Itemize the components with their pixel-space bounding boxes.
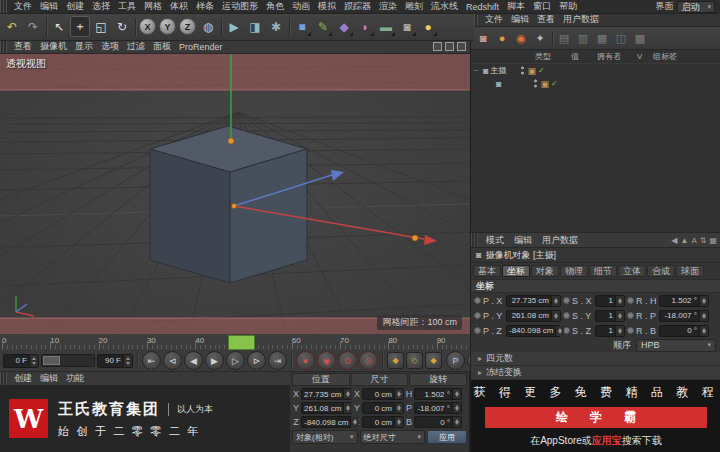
toolbar-icon[interactable]: ▶ [224,16,244,37]
toolbar-icon[interactable]: ◍ [198,16,218,37]
menu-item[interactable]: 流水线 [427,0,462,13]
viewport-menu-item[interactable]: 摄像机 [36,40,71,53]
attribute-tab-chip[interactable]: 球面 [676,265,704,277]
record-button[interactable]: ⊙ [338,351,357,370]
attribute-tab-chip[interactable]: 坐标 [502,265,530,277]
cube-mesh[interactable] [150,126,307,283]
timeline-playhead[interactable] [228,335,255,350]
object-manager-menu-item[interactable]: 文件 [481,13,507,26]
field-spinner[interactable] [343,403,352,413]
toolbar-icon[interactable]: ◗ [355,16,375,37]
menu-item[interactable]: 动画 [288,0,314,13]
record-button[interactable]: ● [296,351,315,370]
field-spinner[interactable] [394,403,403,413]
menu-item[interactable]: Redshift [462,2,503,12]
playback-button[interactable]: ▷ [226,351,245,370]
playback-button[interactable]: ⊳ [247,351,266,370]
column-header[interactable]: 拥有者 [595,51,635,62]
enabled-check-icon[interactable] [538,66,545,75]
field-spinner[interactable] [452,417,461,427]
toolbar-icon[interactable]: ↷ [23,16,43,37]
size-field[interactable]: 0 cm [362,416,404,428]
toolbar-icon[interactable]: ✎ [313,16,333,37]
position-field[interactable]: 27.735 cm [506,295,561,307]
attribute-tab-chip[interactable]: 合成 [647,265,675,277]
toolbar-icon[interactable]: ◱ [91,16,111,37]
toolbar-icon[interactable]: ▬ [376,16,396,37]
object-manager-menu-item[interactable]: 查看 [533,13,559,26]
column-header[interactable]: 值 [569,51,595,62]
menu-item[interactable]: 文件 [10,0,36,13]
menu-item[interactable]: 体积 [166,0,192,13]
scale-field[interactable]: 1 [595,325,625,337]
menu-item[interactable]: 样条 [192,0,218,13]
field-spinner[interactable] [699,296,708,306]
viewport-menu-item[interactable]: 面板 [149,40,175,53]
object-manager-tool-icon[interactable]: ✦ [531,29,549,47]
toolbar-icon[interactable]: ↖ [49,16,69,37]
object-manager-menu-item[interactable]: 用户数据 [559,13,603,26]
menu-item[interactable]: 角色 [262,0,288,13]
attribute-tab-chip[interactable]: 物理 [560,265,588,277]
field-spinner[interactable] [343,389,352,399]
keyframe-dot[interactable] [563,312,570,319]
column-header[interactable]: V [635,52,651,61]
position-field[interactable]: 261.08 cm [301,402,352,414]
keyframe-button[interactable]: ◇ [406,352,423,369]
size-field[interactable]: 0 cm [362,402,404,414]
record-button[interactable]: ◉ [317,351,336,370]
keyframe-button[interactable]: ◆ [387,352,404,369]
menu-item[interactable]: 窗口 [529,0,555,13]
object-row[interactable]: 主摄 [471,64,720,77]
object-manager-tool-icon[interactable]: ▤ [555,29,573,47]
toolbar-icon[interactable]: ● [418,16,438,37]
field-spinner[interactable] [394,389,403,399]
toolbar-icon[interactable]: ◙ [397,16,417,37]
toolbar-icon[interactable] [219,17,223,37]
keyframe-dot[interactable] [474,312,481,319]
handle-dot-center[interactable] [232,204,237,209]
playback-button[interactable]: ⇤ [142,351,161,370]
column-header[interactable]: 组标签 [651,51,695,62]
field-spinner[interactable] [452,403,461,413]
object-manager-tool-icon[interactable] [550,29,554,47]
material-menu-item[interactable]: 编辑 [36,372,62,385]
rotation-field[interactable]: 1.502 ° [414,388,462,400]
toolbar-icon[interactable]: ↶ [2,16,22,37]
object-manager-tool-icon[interactable]: ◉ [512,29,530,47]
coordinate-mode-dropdown[interactable]: 对象(相对) [292,430,358,444]
size-mode-dropdown[interactable]: 绝对尺寸 [360,430,426,444]
field-spinner[interactable] [551,311,560,321]
menu-item[interactable]: 帮助 [555,0,581,13]
start-frame-spinner[interactable] [29,355,38,367]
toolbar-icon[interactable]: X [139,18,156,35]
viewport-menubar-grip[interactable] [0,40,7,53]
rotation-field[interactable]: -18.007 ° [414,402,462,414]
menu-item[interactable]: 运动图形 [218,0,262,13]
toolbar-icon[interactable] [287,17,291,37]
coordinates-section-header[interactable]: 坐标 [471,279,720,293]
attribute-tab-chip[interactable]: 细节 [589,265,617,277]
attribute-menu-item[interactable]: 编辑 [509,234,537,247]
timeline-ruler[interactable]: 0102030405060708090 [0,334,470,351]
position-field[interactable]: -840.098 cm [301,416,352,428]
menu-item[interactable]: 网格 [140,0,166,13]
enabled-check-icon[interactable] [551,79,558,88]
keyframe-dot[interactable] [563,297,570,304]
rotation-order-dropdown[interactable]: HPB [636,339,716,352]
keyframe-dot[interactable] [474,327,481,334]
interface-preset-dropdown[interactable]: 启动 [677,1,715,13]
object-manager-menu-item[interactable]: 编辑 [507,13,533,26]
keyframe-dot[interactable] [627,327,634,334]
attribute-header-icon[interactable]: A [691,236,696,245]
menubar-grip[interactable] [0,0,7,13]
rotation-field[interactable]: -18.007 ° [659,310,709,322]
object-manager-tool-icon[interactable]: ◙ [474,29,492,47]
field-spinner[interactable] [615,311,624,321]
start-frame-field[interactable]: 0 F [3,354,39,368]
viewport-maximize-icon[interactable] [445,42,454,51]
rotation-field[interactable]: 0 ° [414,416,462,428]
object-manager-tool-icon[interactable]: ● [493,29,511,47]
field-spinner[interactable] [551,296,560,306]
tag-icon[interactable] [527,66,536,76]
